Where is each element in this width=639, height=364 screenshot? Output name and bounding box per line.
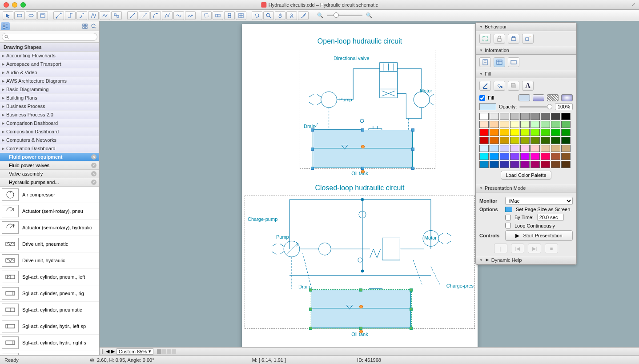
page-tab[interactable]: [157, 349, 161, 354]
zoom-in-icon[interactable]: 🔍: [365, 12, 373, 20]
opacity-input[interactable]: [555, 103, 573, 110]
fill-solid-button[interactable]: [518, 94, 530, 101]
zoom-thumb[interactable]: [334, 12, 339, 18]
spline-tool[interactable]: [173, 11, 184, 20]
palette-swatch[interactable]: [520, 161, 530, 168]
page-tab[interactable]: [162, 349, 166, 354]
palette-swatch[interactable]: [551, 153, 560, 160]
pause-icon[interactable]: ‖: [494, 244, 507, 253]
palette-swatch[interactable]: [541, 137, 550, 144]
by-time-input[interactable]: [537, 214, 564, 221]
sidebar-category[interactable]: Correlation Dashboard: [0, 144, 99, 153]
palette-swatch[interactable]: [500, 121, 509, 128]
palette-swatch[interactable]: [500, 113, 509, 120]
palette-swatch[interactable]: [561, 137, 571, 144]
zoom-tool[interactable]: [263, 11, 274, 20]
palette-swatch[interactable]: [541, 161, 550, 168]
close-window-icon[interactable]: [4, 2, 9, 8]
library-view-icon[interactable]: [1, 22, 10, 30]
close-icon[interactable]: ×: [91, 171, 96, 176]
info-link-icon[interactable]: [508, 57, 519, 67]
palette-swatch[interactable]: [561, 145, 571, 152]
palette-swatch[interactable]: [551, 161, 560, 168]
line-tool-1[interactable]: [127, 11, 138, 20]
palette-swatch[interactable]: [520, 129, 530, 136]
fill-text-icon[interactable]: A: [522, 81, 534, 91]
sidebar-category[interactable]: Audio & Video: [0, 68, 99, 77]
sidebar-shape-item[interactable]: Sgl-act. cylinder, hydr., left sp: [0, 318, 99, 335]
fill-header[interactable]: Fill: [476, 70, 576, 78]
sidebar-shape-item[interactable]: Actuator (semi-rotary), pneu: [0, 203, 99, 220]
palette-swatch[interactable]: [530, 121, 540, 128]
palette-swatch[interactable]: [561, 153, 571, 160]
connector-tool-4[interactable]: [88, 11, 99, 20]
set-page-label[interactable]: Set Page Size as Screen: [516, 207, 570, 212]
connector-tool-1[interactable]: [53, 11, 64, 20]
page-tab[interactable]: [167, 349, 171, 354]
resize-icon[interactable]: ⤢: [631, 2, 635, 8]
behaviour-header[interactable]: Behaviour: [476, 23, 576, 31]
align-tool-1[interactable]: [201, 11, 212, 20]
palette-swatch[interactable]: [479, 113, 489, 120]
polyline-tool[interactable]: [162, 11, 173, 20]
palette-swatch[interactable]: [500, 137, 509, 144]
palette-swatch[interactable]: [530, 137, 540, 144]
palette-swatch[interactable]: [551, 129, 560, 136]
palette-swatch[interactable]: [530, 145, 540, 152]
opacity-slider[interactable]: [519, 106, 552, 108]
palette-swatch[interactable]: [510, 161, 519, 168]
page-tab[interactable]: [172, 349, 176, 354]
palette-swatch[interactable]: [530, 153, 540, 160]
sidebar-shape-item[interactable]: Sgl-act. cylinder, pneum., rig: [0, 285, 99, 302]
close-icon[interactable]: ×: [91, 180, 96, 185]
behaviour-link-icon[interactable]: [522, 34, 534, 44]
zoom-track[interactable]: [327, 15, 362, 16]
information-header[interactable]: Information: [476, 46, 576, 55]
palette-swatch[interactable]: [520, 137, 530, 144]
sidebar-shape-item[interactable]: Drive unit, pneumatic: [0, 236, 99, 252]
palette-swatch[interactable]: [520, 153, 530, 160]
palette-swatch[interactable]: [541, 153, 550, 160]
info-data-icon[interactable]: [494, 57, 505, 67]
palette-swatch[interactable]: [541, 113, 550, 120]
palette-swatch[interactable]: [520, 121, 530, 128]
palette-swatch[interactable]: [541, 129, 550, 136]
fill-shadow-icon[interactable]: [508, 81, 519, 91]
sidebar-category[interactable]: Composition Dashboard: [0, 128, 99, 136]
fill-gradient-button[interactable]: [533, 94, 544, 101]
presentation-header[interactable]: Presentation Mode: [476, 184, 576, 192]
rotate-tool[interactable]: [252, 11, 262, 20]
sidebar-shape-item[interactable]: Drive unit, hydraulic: [0, 252, 99, 269]
sidebar-shape-item[interactable]: Air compressor: [0, 187, 99, 203]
prev-slide-icon[interactable]: |◀: [511, 244, 524, 253]
palette-swatch[interactable]: [490, 153, 499, 160]
dynamic-help-header[interactable]: ▼ Dynamic Help: [476, 256, 576, 264]
palette-swatch[interactable]: [490, 129, 499, 136]
fill-pen-icon[interactable]: [479, 81, 491, 91]
palette-swatch[interactable]: [510, 137, 519, 144]
ellipse-tool[interactable]: [26, 11, 36, 20]
rect-tool[interactable]: [14, 11, 25, 20]
palette-swatch[interactable]: [500, 145, 509, 152]
align-tool-3[interactable]: [224, 11, 235, 20]
palette-swatch[interactable]: [500, 129, 509, 136]
info-note-icon[interactable]: [479, 57, 491, 67]
palette-swatch[interactable]: [479, 121, 489, 128]
loop-checkbox[interactable]: [505, 223, 511, 228]
palette-swatch[interactable]: [551, 121, 560, 128]
eyedropper-tool[interactable]: [298, 11, 309, 20]
palette-swatch[interactable]: [561, 113, 571, 120]
palette-swatch[interactable]: [561, 129, 571, 136]
connector-tool-5[interactable]: [100, 11, 110, 20]
load-palette-button[interactable]: Load Color Palette: [501, 171, 551, 180]
palette-swatch[interactable]: [551, 145, 560, 152]
fill-radial-button[interactable]: [561, 94, 573, 101]
text-tool[interactable]: [37, 11, 48, 20]
stop-icon[interactable]: ■: [545, 244, 558, 253]
palette-swatch[interactable]: [510, 153, 519, 160]
sidebar-category[interactable]: Aerospace and Transport: [0, 60, 99, 68]
fill-checkbox[interactable]: [479, 95, 485, 101]
sidebar-category[interactable]: Basic Diagramming: [0, 85, 99, 94]
palette-swatch[interactable]: [530, 161, 540, 168]
curve-tool[interactable]: [150, 11, 161, 20]
